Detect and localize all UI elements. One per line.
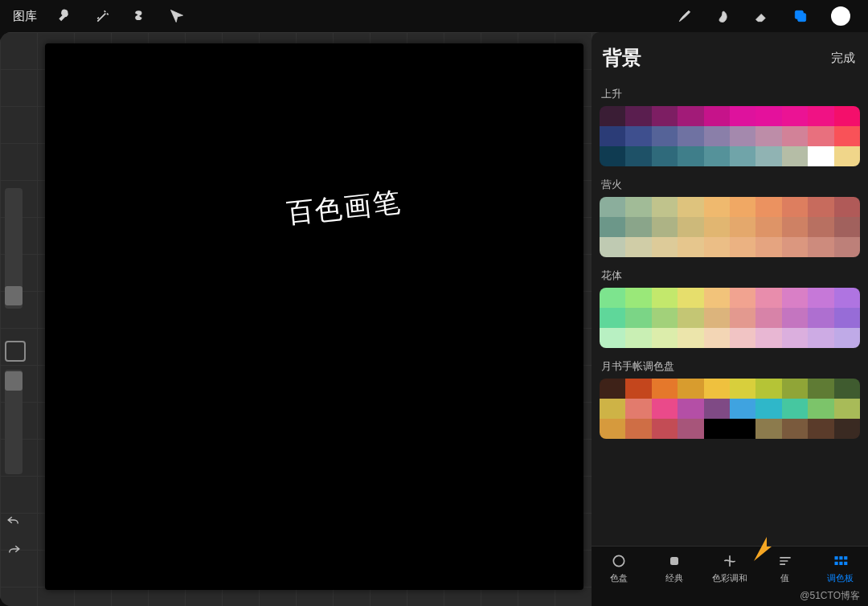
palette-swatch[interactable]	[730, 399, 755, 419]
wrench-icon[interactable]	[58, 8, 74, 24]
palette-swatch[interactable]	[834, 399, 860, 419]
palette-swatch[interactable]	[600, 419, 625, 439]
palette-swatch[interactable]	[600, 379, 625, 399]
palette-swatch[interactable]	[755, 379, 781, 399]
smudge-icon[interactable]	[715, 8, 731, 24]
palette-swatch[interactable]	[625, 399, 651, 419]
palette-swatch[interactable]	[652, 328, 678, 348]
panel-done-button[interactable]: 完成	[831, 51, 855, 66]
palette-swatch[interactable]	[600, 217, 625, 237]
palette-swatch[interactable]	[834, 328, 860, 348]
palette-swatch[interactable]	[782, 126, 808, 146]
undo-icon[interactable]	[6, 514, 21, 529]
palette-swatch[interactable]	[730, 146, 755, 166]
palette-swatch[interactable]	[782, 328, 808, 348]
palette-swatch[interactable]	[730, 126, 755, 146]
palette-swatch[interactable]	[782, 308, 808, 328]
palette-swatch[interactable]	[704, 197, 730, 217]
palette-swatch[interactable]	[808, 237, 833, 257]
palette-swatch[interactable]	[652, 126, 678, 146]
brush-size-slider[interactable]	[5, 188, 23, 309]
palette-swatch[interactable]	[782, 237, 808, 257]
palette-swatch[interactable]	[730, 419, 755, 439]
eraser-icon[interactable]	[754, 8, 770, 24]
palette-swatch[interactable]	[625, 379, 651, 399]
palette-swatch[interactable]	[600, 146, 625, 166]
palette-swatch[interactable]	[600, 399, 625, 419]
palette-swatch[interactable]	[808, 146, 833, 166]
palette-swatch[interactable]	[808, 308, 833, 328]
palette-swatch[interactable]	[782, 379, 808, 399]
palette-swatch[interactable]	[730, 197, 755, 217]
canvas[interactable]: 百色画笔	[45, 43, 583, 590]
palette-swatch[interactable]	[678, 328, 703, 348]
palette-swatch[interactable]	[808, 288, 833, 308]
palette-swatch[interactable]	[782, 197, 808, 217]
palette-swatch[interactable]	[730, 308, 755, 328]
palette-swatch[interactable]	[704, 146, 730, 166]
palette-swatch[interactable]	[808, 379, 833, 399]
palette-swatch[interactable]	[834, 419, 860, 439]
palette-swatch[interactable]	[678, 308, 703, 328]
palette-swatch[interactable]	[625, 419, 651, 439]
palette-swatch[interactable]	[782, 217, 808, 237]
palette-swatch[interactable]	[808, 197, 833, 217]
palette-swatch[interactable]	[755, 197, 781, 217]
palette-swatch[interactable]	[704, 308, 730, 328]
palette-swatch[interactable]	[625, 126, 651, 146]
palette-swatch[interactable]	[652, 197, 678, 217]
palette-swatch[interactable]	[678, 126, 703, 146]
palette-swatch[interactable]	[600, 106, 625, 126]
modify-square-icon[interactable]	[5, 341, 26, 362]
palette-swatch[interactable]	[678, 379, 703, 399]
tab-classic[interactable]: 经典	[650, 553, 698, 584]
palette-swatch[interactable]	[704, 399, 730, 419]
palette-swatch[interactable]	[755, 237, 781, 257]
palette-swatch[interactable]	[704, 328, 730, 348]
palette-swatch[interactable]	[652, 399, 678, 419]
tab-harmony[interactable]: 色彩调和	[706, 553, 754, 584]
palette-swatch[interactable]	[834, 217, 860, 237]
palette-swatch[interactable]	[704, 126, 730, 146]
palette-swatch[interactable]	[625, 328, 651, 348]
palette-swatch[interactable]	[704, 288, 730, 308]
palette-swatch[interactable]	[652, 288, 678, 308]
palette-swatch[interactable]	[625, 288, 651, 308]
palette-swatch[interactable]	[704, 419, 730, 439]
palette-swatch[interactable]	[808, 419, 833, 439]
palette-swatch[interactable]	[704, 217, 730, 237]
move-arrow-icon[interactable]	[169, 8, 185, 24]
palette-swatch[interactable]	[625, 106, 651, 126]
palette-swatch[interactable]	[652, 379, 678, 399]
palette-swatch[interactable]	[652, 106, 678, 126]
palette-swatch[interactable]	[652, 308, 678, 328]
palette-swatch[interactable]	[678, 288, 703, 308]
palette-swatch[interactable]	[782, 288, 808, 308]
palette-swatch[interactable]	[834, 146, 860, 166]
tab-palettes[interactable]: 调色板	[817, 553, 865, 584]
redo-icon[interactable]	[6, 543, 21, 558]
layers-icon[interactable]	[792, 8, 809, 24]
palette-swatch[interactable]	[625, 237, 651, 257]
palette-swatch[interactable]	[678, 197, 703, 217]
palette-swatch[interactable]	[808, 217, 833, 237]
tab-disc[interactable]: 色盘	[595, 553, 643, 584]
palette-swatch[interactable]	[652, 237, 678, 257]
brush-size-thumb[interactable]	[5, 286, 23, 305]
palette-swatch[interactable]	[808, 126, 833, 146]
brush-icon[interactable]	[677, 8, 693, 24]
palette-swatch[interactable]	[600, 237, 625, 257]
palette-swatch[interactable]	[755, 106, 781, 126]
palette-swatch[interactable]	[730, 288, 755, 308]
palette-swatch[interactable]	[625, 197, 651, 217]
palette-swatch[interactable]	[782, 106, 808, 126]
palette-swatch[interactable]	[678, 399, 703, 419]
palette-swatch[interactable]	[834, 379, 860, 399]
palette-swatch[interactable]	[755, 288, 781, 308]
palette-swatch[interactable]	[730, 328, 755, 348]
palette-swatch[interactable]	[755, 328, 781, 348]
palette-swatch[interactable]	[755, 146, 781, 166]
palette-swatch[interactable]	[600, 308, 625, 328]
palette-swatch[interactable]	[704, 106, 730, 126]
palette-swatch[interactable]	[678, 237, 703, 257]
